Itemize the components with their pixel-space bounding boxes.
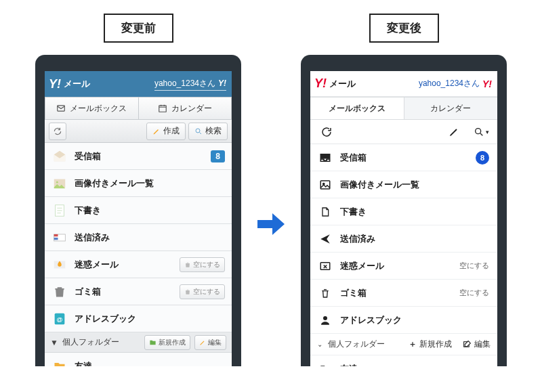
contacts-label: アドレスブック (340, 314, 489, 326)
person-icon (318, 313, 332, 327)
row-spam[interactable]: 迷惑メール 空にする (45, 251, 232, 278)
svg-point-12 (475, 128, 480, 133)
inbox-tray-icon (318, 151, 332, 165)
friends-label: 友達 (340, 363, 489, 367)
row-inbox[interactable]: 受信箱 8 (45, 143, 232, 170)
row-contacts[interactable]: アドレスブック (310, 307, 497, 334)
drafts-label: 下書き (340, 206, 489, 218)
row-spam[interactable]: 迷惑メール 空にする (310, 253, 497, 280)
image-mail-icon (51, 175, 68, 192)
refresh-icon (320, 126, 333, 138)
yahoo-logo-icon: Y! (314, 77, 327, 91)
new-folder-button[interactable]: ＋ 新規作成 (409, 339, 452, 350)
row-trash[interactable]: ゴミ箱 空にする (310, 280, 497, 307)
inbox-label: 受信箱 (75, 150, 204, 162)
plus-folder-icon (149, 339, 157, 346)
trash-empty-label: 空にする (193, 287, 220, 297)
edit-label: 編集 (208, 338, 222, 347)
sent-label: 送信済み (340, 233, 489, 245)
tab-mailbox[interactable]: メールボックス (310, 97, 404, 119)
trash-empty-button[interactable]: 空にする (180, 284, 225, 299)
search-button[interactable]: 検索 (188, 123, 228, 140)
row-inbox[interactable]: 受信箱 8 (310, 144, 497, 171)
row-friends[interactable]: 友達 (310, 355, 497, 366)
contacts-label: アドレスブック (75, 313, 225, 325)
pencil-icon (449, 127, 459, 137)
search-label: 検索 (205, 125, 222, 137)
edit-folder-button[interactable]: 編集 (194, 335, 226, 350)
screen-after: Y! メール yahoo_1234さん Y! メールボックス カレンダー (310, 71, 497, 366)
trash-label: ゴミ箱 (340, 287, 451, 299)
pencil-icon (152, 127, 161, 135)
after-title: 変更後 (369, 14, 439, 43)
yahoo-mini-logo-icon: Y! (218, 79, 226, 88)
address-book-icon: @ (51, 311, 68, 327)
compose-button[interactable]: 作成 (146, 123, 186, 140)
row-images[interactable]: 画像付きメール一覧 (45, 170, 232, 197)
trash-icon (318, 286, 332, 300)
plus-icon: ＋ (409, 339, 417, 350)
edit-folder-button[interactable]: 編集 (463, 339, 491, 350)
send-icon (318, 232, 332, 246)
svg-rect-7 (54, 234, 58, 236)
mail-icon (56, 104, 66, 113)
personal-folder-section[interactable]: ▼ 個人フォルダー 新規作成 編集 (45, 332, 232, 353)
brand[interactable]: Y! メール (49, 77, 90, 91)
row-drafts[interactable]: 下書き (310, 198, 497, 225)
row-friends[interactable]: 友達 (45, 353, 232, 366)
image-icon (318, 178, 332, 192)
new-folder-label: 新規作成 (159, 338, 186, 347)
brand[interactable]: Y! メール (314, 77, 356, 91)
tab-calendar-label: カレンダー (430, 103, 471, 114)
svg-rect-8 (54, 238, 58, 240)
inbox-badge: 8 (211, 150, 225, 162)
svg-rect-13 (320, 181, 330, 189)
refresh-icon (53, 127, 62, 136)
svg-text:@: @ (57, 315, 63, 322)
before-panel: 変更前 Y! メール yahoo_1234さん Y! (35, 14, 241, 366)
row-drafts[interactable]: 下書き (45, 197, 232, 224)
tab-calendar[interactable]: カレンダー (404, 97, 498, 119)
personal-folder-label: 個人フォルダー (62, 336, 140, 348)
chevron-down-icon: ▾ (486, 129, 489, 135)
after-panel: 変更後 Y! メール yahoo_1234さん Y! メールボックス (301, 14, 507, 366)
topbar: Y! メール yahoo_1234さん Y! (310, 71, 497, 97)
personal-folder-section[interactable]: ⌄ 個人フォルダー ＋ 新規作成 編集 (310, 334, 497, 355)
chevron-down-icon: ⌄ (317, 341, 322, 348)
row-trash[interactable]: ゴミ箱 空にする (45, 278, 232, 305)
row-sent[interactable]: 送信済み (310, 225, 497, 253)
brand-mail: メール (64, 78, 90, 90)
trash-empty-button[interactable]: 空にする (459, 288, 489, 298)
row-contacts[interactable]: @ アドレスブック (45, 305, 232, 332)
spam-empty-button[interactable]: 空にする (459, 261, 489, 271)
tab-calendar[interactable]: カレンダー (139, 97, 232, 120)
row-sent[interactable]: 送信済み (45, 224, 232, 251)
spam-envelope-x-icon (318, 259, 332, 273)
trash-label: ゴミ箱 (75, 286, 173, 298)
file-icon (318, 205, 332, 219)
search-button[interactable]: ▾ (473, 124, 489, 140)
trash-mini-icon (184, 288, 191, 295)
compose-button[interactable] (446, 124, 462, 140)
tab-mailbox-label: メールボックス (70, 103, 127, 114)
refresh-button[interactable] (49, 123, 66, 140)
new-folder-button[interactable]: 新規作成 (144, 335, 190, 350)
pencil-small-icon (199, 339, 206, 346)
trash-icon (51, 284, 68, 300)
compose-label: 作成 (163, 125, 180, 137)
screen-before: Y! メール yahoo_1234さん Y! メールボックス (45, 71, 232, 366)
tab-mailbox[interactable]: メールボックス (45, 97, 139, 120)
refresh-button[interactable] (318, 124, 335, 140)
new-folder-label: 新規作成 (419, 339, 452, 350)
svg-rect-1 (159, 106, 167, 112)
user-link[interactable]: yahoo_1234さん Y! (154, 78, 226, 91)
drafts-label: 下書き (75, 204, 225, 217)
row-images[interactable]: 画像付きメール一覧 (310, 171, 497, 198)
tabs: メールボックス カレンダー (310, 97, 497, 120)
tabs: メールボックス カレンダー (45, 97, 232, 120)
user-link[interactable]: yahoo_1234さん Y! (419, 78, 492, 89)
yahoo-mini-logo-icon: Y! (482, 79, 492, 89)
personal-folder-label: 個人フォルダー (328, 339, 403, 350)
spam-empty-button[interactable]: 空にする (180, 257, 225, 272)
note-icon (51, 202, 68, 219)
